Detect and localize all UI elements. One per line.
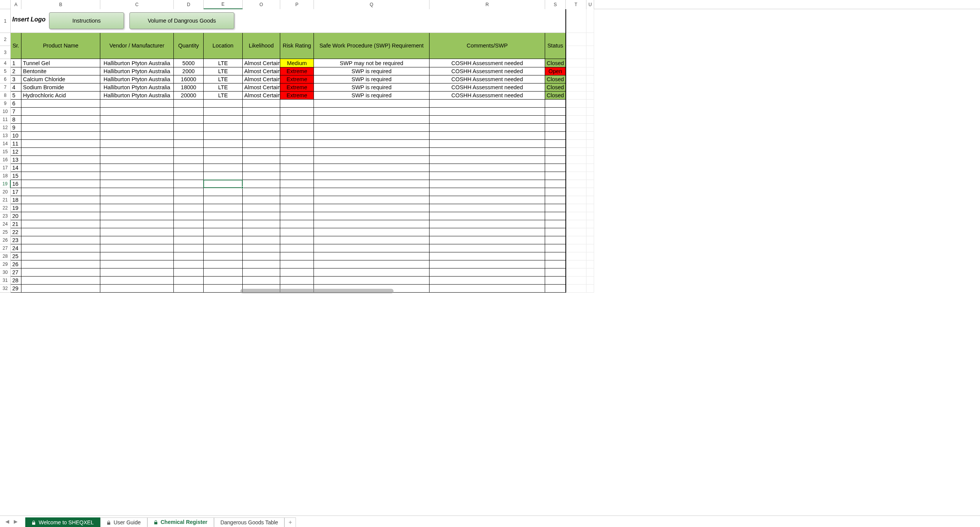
cell-empty[interactable] [100, 277, 174, 285]
grid-cell[interactable] [586, 156, 594, 164]
cell-empty[interactable] [204, 116, 243, 124]
cell-empty[interactable] [243, 188, 280, 196]
row-header-18[interactable]: 18 [0, 172, 11, 180]
cell-empty[interactable] [243, 164, 280, 172]
cell-status[interactable]: Closed [545, 92, 566, 100]
cell-empty[interactable] [314, 140, 430, 148]
cell-empty[interactable] [545, 268, 566, 277]
cell-empty[interactable] [243, 108, 280, 116]
cell-empty[interactable] [430, 100, 545, 108]
grid-cell[interactable] [586, 212, 594, 220]
header-sr[interactable]: Sr. [11, 33, 21, 59]
row-header-11[interactable]: 11 [0, 116, 11, 124]
cell-empty[interactable] [100, 268, 174, 277]
cell-sr[interactable]: 26 [11, 260, 21, 268]
cell-loc[interactable]: LTE [204, 75, 243, 83]
grid-cell[interactable] [586, 116, 594, 124]
cell-empty[interactable] [314, 252, 430, 260]
cell-empty[interactable] [545, 164, 566, 172]
cell-empty[interactable] [280, 277, 314, 285]
row-header-32[interactable]: 32 [0, 285, 11, 293]
cell-qty[interactable]: 18000 [174, 83, 204, 92]
header-comments[interactable]: Comments/SWP [430, 33, 545, 59]
sheet-nav-next[interactable]: ▶ [11, 517, 20, 526]
row-header-16[interactable]: 16 [0, 156, 11, 164]
cell-empty[interactable] [21, 277, 100, 285]
grid-cell[interactable] [566, 132, 586, 140]
grid-cell[interactable] [586, 236, 594, 244]
cell-sr[interactable]: 13 [11, 156, 21, 164]
col-header-Q[interactable]: Q [314, 0, 430, 9]
grid-cell[interactable] [566, 33, 586, 46]
cell-empty[interactable] [174, 220, 204, 228]
header-location[interactable]: Location [204, 33, 243, 59]
row-header-12[interactable]: 12 [0, 124, 11, 132]
cell-empty[interactable] [430, 252, 545, 260]
cell-sr[interactable]: 17 [11, 188, 21, 196]
grid-cell[interactable] [566, 220, 586, 228]
cell-empty[interactable] [314, 188, 430, 196]
cell-empty[interactable] [21, 140, 100, 148]
cell-empty[interactable] [430, 220, 545, 228]
cell-empty[interactable] [314, 277, 430, 285]
grid-cell[interactable] [566, 92, 586, 100]
cell-empty[interactable] [204, 100, 243, 108]
cell-empty[interactable] [545, 156, 566, 164]
grid-cell[interactable] [566, 196, 586, 204]
cell-empty[interactable] [204, 204, 243, 212]
cell-empty[interactable] [204, 188, 243, 196]
cell-empty[interactable] [430, 277, 545, 285]
cell-empty[interactable] [545, 124, 566, 132]
cell-empty[interactable] [100, 132, 174, 140]
cell-empty[interactable] [174, 204, 204, 212]
cell-empty[interactable] [314, 124, 430, 132]
cell-empty[interactable] [100, 244, 174, 252]
cell-empty[interactable] [545, 116, 566, 124]
cell-sr[interactable]: 18 [11, 196, 21, 204]
cell-status[interactable]: Closed [545, 83, 566, 92]
cell-empty[interactable] [100, 212, 174, 220]
cell-sr[interactable]: 11 [11, 140, 21, 148]
cell-empty[interactable] [21, 100, 100, 108]
cell-empty[interactable] [21, 156, 100, 164]
grid-cell[interactable] [566, 46, 586, 59]
spreadsheet-grid[interactable]: Insert Logo Instructions Volume of Dangr… [11, 9, 980, 516]
grid-cell[interactable] [586, 285, 594, 293]
cell-empty[interactable] [243, 236, 280, 244]
horizontal-scrollbar[interactable] [240, 289, 394, 293]
cell-empty[interactable] [314, 204, 430, 212]
grid-cell[interactable] [586, 220, 594, 228]
grid-cell[interactable] [566, 83, 586, 92]
cell-empty[interactable] [545, 196, 566, 204]
row-header-5[interactable]: 5 [0, 67, 11, 75]
tab-welcome[interactable]: Welcome to SHEQXEL [25, 517, 100, 527]
row-header-24[interactable]: 24 [0, 220, 11, 228]
cell-empty[interactable] [21, 108, 100, 116]
cell-empty[interactable] [314, 180, 430, 188]
cell-vendor[interactable]: Halliburton Ptyton Australia [100, 83, 174, 92]
cell-empty[interactable] [280, 196, 314, 204]
cell-sr[interactable]: 6 [11, 100, 21, 108]
cell-empty[interactable] [243, 212, 280, 220]
cell-empty[interactable] [430, 124, 545, 132]
cell-empty[interactable] [204, 124, 243, 132]
cell-empty[interactable] [21, 228, 100, 236]
grid-cell[interactable] [566, 172, 586, 180]
cell-empty[interactable] [100, 140, 174, 148]
cell-comments[interactable]: COSHH Assessment needed [430, 75, 545, 83]
cell-empty[interactable] [314, 268, 430, 277]
cell-empty[interactable] [280, 204, 314, 212]
row-header-10[interactable]: 10 [0, 108, 11, 116]
cell-empty[interactable] [204, 228, 243, 236]
cell-sr[interactable]: 29 [11, 285, 21, 293]
cell-sr[interactable]: 2 [11, 67, 21, 75]
cell-empty[interactable] [204, 252, 243, 260]
cell-likelihood[interactable]: Almost Certain [243, 83, 280, 92]
cell-empty[interactable] [21, 260, 100, 268]
grid-cell[interactable] [566, 116, 586, 124]
cell-empty[interactable] [430, 228, 545, 236]
cell-empty[interactable] [545, 180, 566, 188]
cell-sr[interactable]: 27 [11, 268, 21, 277]
cell-qty[interactable]: 5000 [174, 59, 204, 67]
cell-empty[interactable] [430, 204, 545, 212]
